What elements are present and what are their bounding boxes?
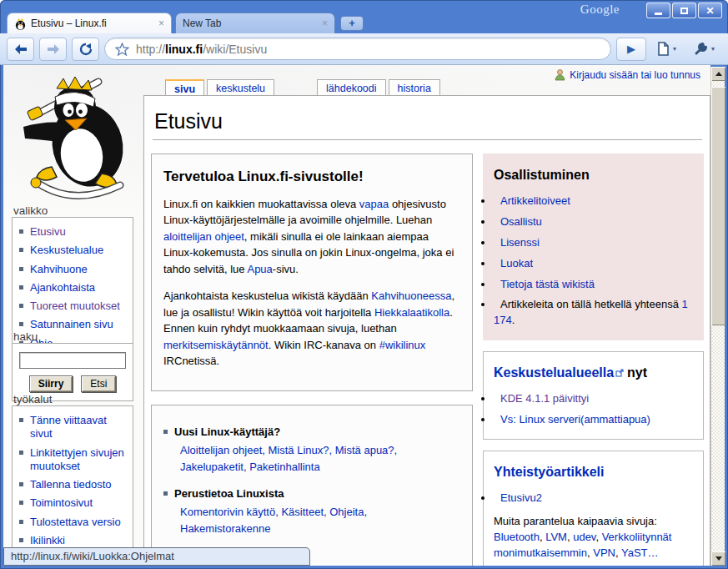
text: , — [262, 444, 268, 456]
link[interactable]: Mistä apua? — [335, 444, 394, 456]
sidebar-item-tanne-viittaavat[interactable]: Tänne viittaavat sivut — [14, 411, 131, 444]
list-item[interactable]: Luokat — [494, 254, 693, 274]
keskustelualueella-box: Keskustelualueellanyt KDE 4.1.1 päivitty… — [483, 351, 704, 440]
scroll-up-button[interactable] — [711, 67, 725, 81]
text: , — [364, 506, 367, 518]
browser-tab-newtab[interactable]: New Tab × — [175, 13, 335, 33]
yhteistyoartikkeli-box: Yhteistyöartikkeli Etusivu2 Muita parant… — [483, 451, 704, 566]
sidebar-section-label: haku — [13, 330, 38, 343]
page-icon — [657, 42, 670, 56]
penguin-favicon-icon — [14, 18, 27, 30]
link[interactable]: YaST… — [621, 546, 659, 559]
external-link-icon — [615, 369, 624, 377]
search-input[interactable] — [19, 352, 126, 369]
reload-icon — [79, 43, 93, 56]
minimize-button[interactable] — [646, 3, 670, 18]
box-title-link[interactable]: Yhteistyöartikkeli — [494, 462, 693, 481]
go-button[interactable]: ▶ — [616, 38, 646, 61]
category-title: Perustietoa Linuxista — [174, 486, 284, 502]
scroll-down-button[interactable] — [711, 551, 725, 566]
link[interactable]: #wikilinux — [379, 339, 426, 351]
go-icon: ▶ — [627, 43, 635, 55]
text: . — [512, 314, 515, 326]
siirry-button[interactable]: Siirry — [29, 375, 73, 392]
browser-toolbar: http://linux.fi/wiki/Etusivu ▶ ▼ ▼ — [0, 33, 728, 65]
sidebar-item-keskustelualue[interactable]: Keskustelualue — [14, 241, 131, 259]
link[interactable]: Apua — [247, 263, 272, 275]
reload-button[interactable] — [72, 38, 99, 61]
sidebar-item-etusivu[interactable]: Etusivu — [14, 223, 131, 241]
bullet-icon — [19, 538, 23, 542]
link[interactable]: Paketinhallinta — [249, 461, 320, 473]
browser-window: Google ✕ Etusivu – Linux.fi × New Tab × … — [0, 0, 728, 569]
link[interactable]: Ohjeita — [329, 506, 364, 518]
sidebar-item-linkitettyjen[interactable]: Linkitettyjen sivujen muutokset — [14, 444, 131, 476]
maximize-button[interactable] — [672, 3, 696, 18]
link[interactable]: Bluetooth — [494, 531, 540, 543]
link[interactable]: Jakelupaketit — [180, 461, 244, 473]
scrollbar-thumb[interactable] — [711, 87, 725, 325]
link[interactable]: LVM — [545, 531, 567, 543]
bullet-icon — [163, 491, 168, 496]
link[interactable]: Kahvihuoneessa — [371, 290, 451, 302]
forum-topic[interactable]: Vs: Linux serveri(ammattiapua) — [494, 410, 693, 431]
arrow-up-icon — [715, 72, 722, 76]
close-tab-icon[interactable]: × — [322, 18, 328, 29]
sidebar-item-tulostettava[interactable]: Tulostettava versio — [14, 513, 131, 531]
link[interactable]: Mistä Linux? — [269, 444, 329, 456]
close-tab-icon[interactable]: × — [158, 18, 164, 29]
link[interactable]: udev — [573, 531, 595, 543]
list-item[interactable]: Etusivu2 — [494, 488, 693, 509]
sidebar-item-toimintosivut[interactable]: Toimintosivut — [14, 494, 131, 512]
link[interactable]: merkitsemiskäytännöt — [163, 339, 269, 351]
welcome-paragraph: Linux.fi on kaikkien muokattavissa oleva… — [163, 196, 460, 278]
sidebar-section-label: työkalut — [13, 393, 53, 405]
close-button[interactable]: ✕ — [698, 3, 722, 18]
text: Muita parantelua kaipaavia sivuja: — [494, 515, 657, 527]
list-item[interactable]: Osallistu — [494, 212, 693, 233]
list-item[interactable]: Tietoja tästä wikistä — [494, 274, 693, 295]
sidebar-item-ajankohtaista[interactable]: Ajankohtaista — [14, 279, 131, 297]
new-tab-button[interactable]: + — [340, 16, 364, 31]
page-menu-button[interactable]: ▼ — [651, 38, 683, 61]
title-bar[interactable]: Google ✕ Etusivu – Linux.fi × New Tab × … — [0, 0, 728, 33]
wrench-icon — [694, 42, 708, 56]
tab-title: New Tab — [183, 18, 319, 29]
bookmark-star-icon[interactable] — [115, 43, 129, 56]
browser-tab-etusivu[interactable]: Etusivu – Linux.fi × — [7, 13, 172, 33]
login-link[interactable]: Kirjaudu sisään tai luo tunnus — [555, 69, 700, 81]
forward-button[interactable] — [39, 38, 67, 61]
bullet-icon — [19, 304, 23, 308]
text: Linux.fi on kaikkien muokattavissa oleva — [163, 198, 359, 210]
maximize-icon — [680, 8, 688, 14]
link[interactable]: Käsitteet — [281, 506, 324, 518]
page-viewport: valikko Etusivu Keskustelualue Kahvihuon… — [3, 65, 710, 566]
list-item[interactable]: Lisenssi — [494, 233, 693, 254]
improvement-pages: Muita parantelua kaipaavia sivuja: Bluet… — [494, 514, 693, 561]
link[interactable]: aloittelijan ohjeet — [163, 230, 244, 243]
sidebar-item-tallenna[interactable]: Tallenna tiedosto — [14, 476, 131, 494]
text: , — [595, 531, 601, 543]
window-controls: ✕ — [646, 3, 722, 18]
address-bar[interactable]: http://linux.fi/wiki/Etusivu — [104, 38, 611, 60]
list-item[interactable]: Artikkelitoiveet — [494, 191, 693, 212]
link[interactable]: vapaa — [359, 198, 389, 210]
link[interactable]: Hakemistorakenne — [180, 522, 270, 535]
sidebar-item-tuoreet-muutokset[interactable]: Tuoreet muutokset — [14, 297, 131, 315]
forum-topic[interactable]: KDE 4.1.1 päivittyi — [494, 389, 693, 410]
link[interactable]: VPN — [593, 546, 615, 559]
back-icon — [13, 43, 28, 55]
link[interactable]: Hiekkalaatikolla — [374, 306, 449, 319]
wiki-content: Etusivu Tervetuloa Linux.fi-sivustolle! … — [143, 95, 710, 566]
forum-link[interactable]: Keskustelualueella — [494, 365, 614, 380]
link[interactable]: Komentorivin käyttö — [180, 506, 275, 518]
text: Ajankohtaista keskustelua wikistä käydää… — [163, 290, 371, 302]
url-text[interactable]: http://linux.fi/wiki/Etusivu — [136, 43, 267, 56]
back-button[interactable] — [7, 38, 34, 61]
link[interactable]: Aloittelijan ohjeet — [180, 444, 262, 456]
minimize-icon — [655, 13, 662, 15]
vertical-scrollbar[interactable] — [710, 67, 725, 566]
sidebar-item-kahvihuone[interactable]: Kahvihuone — [14, 260, 131, 279]
wrench-menu-button[interactable]: ▼ — [688, 38, 721, 61]
etsi-button[interactable]: Etsi — [81, 375, 116, 392]
